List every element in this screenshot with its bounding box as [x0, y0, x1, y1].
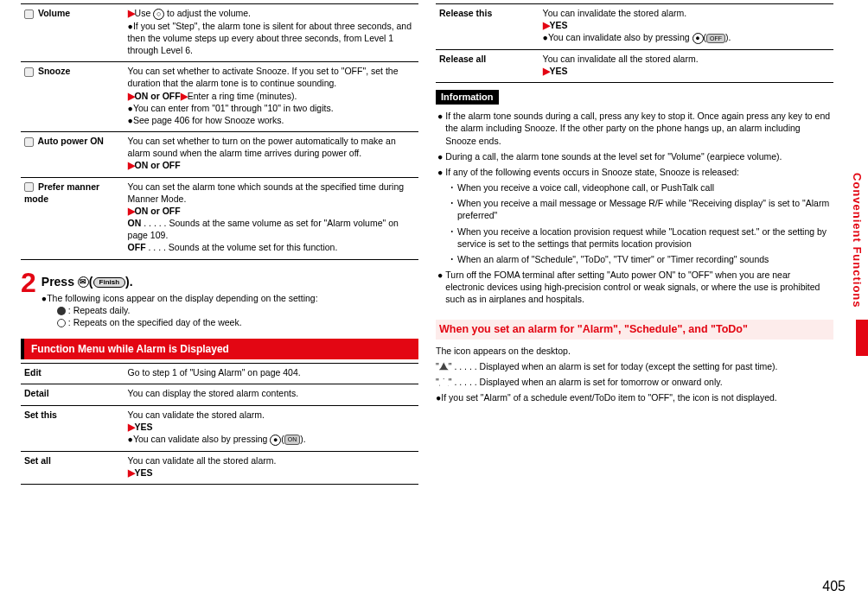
row-body: Go to step 1 of "Using Alarm" on page 40… [124, 364, 418, 384]
info-sub-2: When you receive a location provision re… [457, 225, 832, 250]
table-row: Set thisYou can validate the stored alar… [21, 405, 418, 451]
row-body: You can invalidate the stored alarm.▶YES… [539, 4, 833, 50]
setting-icon [24, 10, 34, 19]
row-body: You can set the alarm tone which sounds … [124, 177, 418, 259]
step-number: 2 [21, 269, 36, 296]
step-title: Press ✉(Finish). [41, 274, 318, 290]
finish-pill: Finish [93, 277, 126, 289]
final-note: ●If you set "Alarm" of a schedule event/… [436, 391, 833, 403]
page-number: 405 [822, 577, 846, 596]
step-title-a: Press [41, 275, 74, 289]
row-label: Auto power ON [21, 132, 124, 178]
table-row: Prefer manner modeYou can set the alarm … [21, 177, 418, 259]
row-body: You can validate the stored alarm.▶YES●Y… [124, 405, 418, 451]
row-label: Prefer manner mode [21, 177, 124, 259]
setting-icon [24, 137, 34, 147]
function-menu-header: Function Menu while Alarm is Displayed [21, 339, 418, 359]
today-line: "" . . . . . Displayed when an alarm is … [436, 360, 833, 372]
information-block: ●If the alarm tone sounds during a call,… [436, 108, 833, 312]
row-label: Snooze [21, 62, 124, 132]
table-row: EditGo to step 1 of "Using Alarm" on pag… [21, 364, 418, 384]
info-sub-3: When an alarm of "Schedule", "ToDo", "TV… [457, 253, 769, 265]
daily-icon [57, 307, 66, 315]
info-sub-1: When you receive a mail message or Messa… [457, 197, 832, 221]
row-body: You can set whether to activate Snooze. … [124, 62, 418, 132]
onward-line: "" . . . . . Displayed when an alarm is … [436, 376, 833, 388]
info-2: If any of the following events occurs in… [445, 166, 739, 178]
table-row: SnoozeYou can set whether to activate Sn… [21, 62, 418, 132]
table-row: Volume▶Use ○ to adjust the volume.●If yo… [21, 4, 418, 62]
step-title-c: ). [125, 275, 133, 289]
row-body: You can set whether to turn on the power… [124, 132, 418, 178]
table-row: DetailYou can display the stored alarm c… [21, 384, 418, 405]
repeat-weekly-line: : Repeats on the specified day of the we… [57, 316, 318, 328]
row-label: Edit [21, 364, 124, 384]
row-body: You can invalidate all the stored alarm.… [539, 50, 833, 83]
step-note-text: ●The following icons appear on the displ… [41, 292, 318, 304]
onward-text: " . . . . . Displayed when an alarm is s… [449, 377, 723, 387]
info-sub-0: When you receive a voice call, videophon… [457, 181, 714, 194]
row-label: Release this [436, 4, 539, 50]
table-row: Release thisYou can invalidate the store… [436, 4, 833, 50]
repeat-daily-line: : Repeats daily. [57, 304, 318, 316]
table-row: Auto power ONYou can set whether to turn… [21, 132, 418, 178]
release-table: Release thisYou can invalidate the store… [436, 3, 833, 83]
setting-icon [24, 67, 34, 77]
function-menu-table: EditGo to step 1 of "Using Alarm" on pag… [21, 363, 418, 485]
bell-outline-icon [439, 378, 449, 388]
today-text: " . . . . . Displayed when an alarm is s… [449, 361, 778, 371]
step-note: ●The following icons appear on the displ… [41, 292, 318, 304]
step-2: 2 Press ✉(Finish). ●The following icons … [21, 269, 418, 328]
side-tab-label: Convenient Functions [849, 173, 865, 308]
row-label: Volume [21, 4, 124, 62]
row-label: Detail [21, 384, 124, 405]
side-tab-stripe [856, 320, 868, 356]
daily-text: : Repeats daily. [68, 305, 131, 315]
alarm-settings-table: Volume▶Use ○ to adjust the volume.●If yo… [21, 3, 418, 260]
row-label: Set this [21, 405, 124, 451]
row-body: You can validate all the stored alarm.▶Y… [124, 451, 418, 484]
info-1: During a call, the alarm tone sounds at … [445, 150, 782, 162]
row-body: You can display the stored alarm content… [124, 384, 418, 405]
when-set-alarm-header: When you set an alarm for "Alarm", "Sche… [436, 320, 833, 340]
info-0: If the alarm tone sounds during a call, … [445, 110, 832, 147]
step-title-b: ( [89, 275, 93, 289]
row-label: Set all [21, 451, 124, 484]
table-row: Release allYou can invalidate all the st… [436, 50, 833, 83]
row-label: Release all [436, 50, 539, 83]
information-header: Information [436, 90, 499, 105]
info-3: Turn off the FOMA terminal after setting… [445, 269, 832, 306]
table-row: Set allYou can validate all the stored a… [21, 451, 418, 484]
weekly-icon [57, 319, 66, 327]
row-body: ▶Use ○ to adjust the volume.●If you set … [124, 4, 418, 62]
mail-button-icon: ✉ [78, 276, 89, 288]
bell-filled-icon [439, 362, 449, 371]
desktop-icon-line: The icon appears on the desktop. [436, 345, 833, 357]
setting-icon [24, 182, 34, 192]
weekly-text: : Repeats on the specified day of the we… [68, 317, 242, 327]
